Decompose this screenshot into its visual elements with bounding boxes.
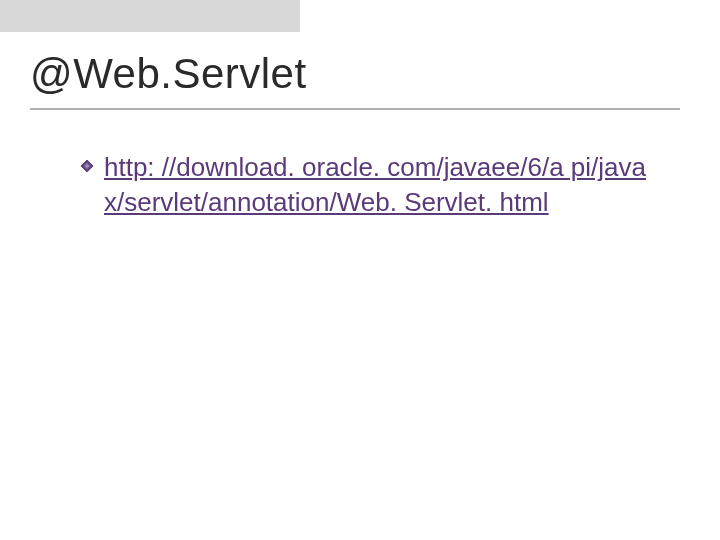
title-underline	[30, 108, 680, 110]
slide: @Web.Servlet http: //download. oracle. c…	[0, 0, 720, 540]
documentation-link[interactable]: http: //download. oracle. com/javaee/6/a…	[104, 150, 660, 220]
bullet-item: http: //download. oracle. com/javaee/6/a…	[80, 150, 660, 220]
title-block: @Web.Servlet	[30, 50, 680, 110]
diamond-bullet-icon	[80, 159, 94, 173]
slide-title: @Web.Servlet	[30, 50, 680, 98]
content-area: http: //download. oracle. com/javaee/6/a…	[80, 150, 660, 220]
top-strip-decoration	[0, 0, 300, 32]
